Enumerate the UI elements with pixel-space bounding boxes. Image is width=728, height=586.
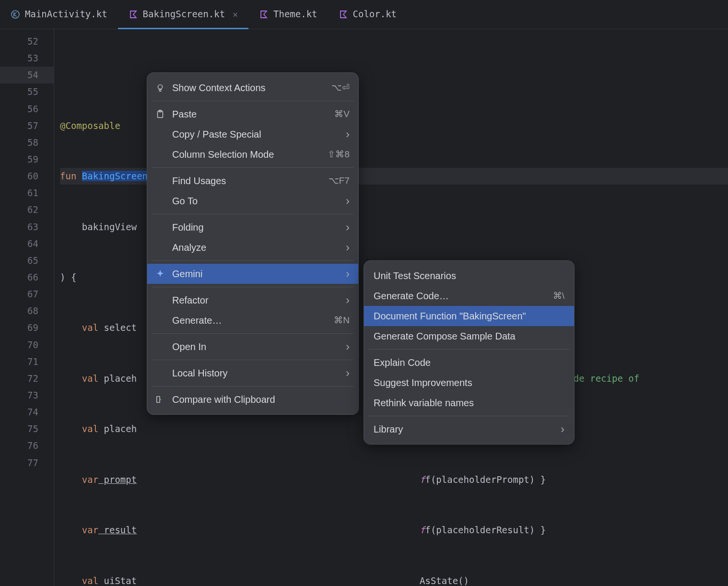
menu-item-label: Copy / Paste Special <box>172 126 339 143</box>
line-number: 73 <box>0 387 54 404</box>
menu-item-explain-code[interactable]: Explain Code <box>364 352 574 373</box>
tab-mainactivity[interactable]: MainActivity.kt <box>0 0 118 29</box>
menu-shortcut: ⌘\ <box>553 287 564 304</box>
menu-item-find-usages[interactable]: Find Usages⌥F7 <box>147 171 358 191</box>
menu-item-generate-code[interactable]: Generate Code…⌘\ <box>364 286 574 306</box>
chevron-right-icon: › <box>346 190 350 211</box>
tab-label: Theme.kt <box>273 6 317 23</box>
svg-rect-4 <box>157 397 160 403</box>
menu-item-local-history[interactable]: Local History› <box>147 363 358 383</box>
menu-item-show-context-actions[interactable]: Show Context Actions⌥⏎ <box>147 78 358 98</box>
line-number: 72 <box>0 370 54 387</box>
chevron-right-icon: › <box>346 217 350 238</box>
line-number: 77 <box>0 455 54 471</box>
blank-icon <box>155 242 165 253</box>
menu-item-label: Gemini <box>172 265 339 283</box>
menu-separator <box>152 167 353 168</box>
menu-item-label: Explain Code <box>374 354 564 372</box>
blank-icon <box>155 222 165 233</box>
line-number: 57 <box>0 117 54 134</box>
line-number: 58 <box>0 134 54 151</box>
menu-item-copy-paste-special[interactable]: Copy / Paste Special› <box>147 124 358 144</box>
line-number: 59 <box>0 151 54 168</box>
line-number: 68 <box>0 303 54 319</box>
kotlin-file-icon <box>11 10 20 19</box>
code-line: val uiStatAsState() <box>60 573 728 586</box>
menu-item-suggest-improvements[interactable]: Suggest Improvements <box>364 373 574 393</box>
menu-item-generate[interactable]: Generate…⌘N <box>147 310 358 330</box>
line-number: 55 <box>0 83 54 100</box>
tab-theme[interactable]: Theme.kt <box>248 0 328 29</box>
menu-item-go-to[interactable]: Go To› <box>147 191 358 211</box>
line-number: 71 <box>0 353 54 370</box>
menu-item-unit-test-scenarios[interactable]: Unit Test Scenarios <box>364 266 574 286</box>
close-icon[interactable]: ✕ <box>233 6 238 22</box>
menu-item-label: Local History <box>172 364 339 382</box>
line-number: 52 <box>0 33 54 50</box>
blank-icon <box>155 368 165 378</box>
line-number: 63 <box>0 219 54 235</box>
menu-item-analyze[interactable]: Analyze› <box>147 237 358 258</box>
line-number: 61 <box>0 185 54 201</box>
menu-separator <box>152 101 353 101</box>
code-editor[interactable]: 5253545556575859606162636465666768697071… <box>0 29 728 586</box>
tab-bar: MainActivity.kt BakingScreen.kt ✕ Theme.… <box>0 0 728 29</box>
menu-separator <box>152 333 353 334</box>
tab-color[interactable]: Color.kt <box>328 0 408 29</box>
code-line: var resultff(placeholderResult) } <box>60 522 728 539</box>
menu-item-column-selection-mode[interactable]: Column Selection Mode⇧⌘8 <box>147 144 358 164</box>
menu-item-generate-compose-sample-data[interactable]: Generate Compose Sample Data <box>364 326 574 346</box>
line-number: 67 <box>0 286 54 303</box>
menu-item-label: Compare with Clipboard <box>172 391 350 409</box>
compare-icon <box>155 394 165 405</box>
line-number-gutter: 5253545556575859606162636465666768697071… <box>0 29 54 586</box>
chevron-right-icon: › <box>346 290 350 311</box>
chevron-right-icon: › <box>561 419 564 440</box>
blank-icon <box>155 315 165 326</box>
tab-bakingscreen[interactable]: BakingScreen.kt ✕ <box>118 0 248 29</box>
menu-item-paste[interactable]: Paste⌘V <box>147 104 358 124</box>
code-line: var promptff(placeholderPrompt) } <box>60 471 728 488</box>
kotlin-file-icon <box>129 10 138 19</box>
menu-item-rethink-variable-names[interactable]: Rethink variable names <box>364 393 574 413</box>
menu-separator <box>369 349 569 350</box>
blank-icon <box>155 129 165 140</box>
tab-label: BakingScreen.kt <box>143 6 225 23</box>
menu-item-label: Column Selection Mode <box>172 146 321 164</box>
blank-icon <box>155 295 165 305</box>
kotlin-file-icon <box>339 10 348 19</box>
line-number: 74 <box>0 404 54 421</box>
menu-separator <box>152 260 353 261</box>
line-number: 60 <box>0 168 54 185</box>
tab-label: Color.kt <box>353 6 397 23</box>
line-number: 65 <box>0 252 54 269</box>
line-number: 56 <box>0 101 54 117</box>
menu-item-library[interactable]: Library› <box>364 419 574 439</box>
kotlin-file-icon <box>259 10 269 19</box>
menu-item-gemini[interactable]: Gemini› <box>147 264 358 284</box>
menu-item-label: Open In <box>172 338 339 356</box>
tab-label: MainActivity.kt <box>25 6 107 23</box>
line-number: 76 <box>0 437 54 454</box>
gemini-submenu: Unit Test ScenariosGenerate Code…⌘\Docum… <box>364 260 575 445</box>
menu-item-folding[interactable]: Folding› <box>147 217 358 237</box>
chevron-right-icon: › <box>346 336 350 357</box>
blank-icon <box>155 196 165 206</box>
clipboard-icon <box>155 109 165 119</box>
svg-point-0 <box>12 11 19 18</box>
menu-item-label: Rethink variable names <box>374 394 564 412</box>
menu-item-label: Generate Compose Sample Data <box>374 328 564 345</box>
menu-item-label: Generate Code… <box>374 287 546 305</box>
menu-item-compare-with-clipboard[interactable]: Compare with Clipboard <box>147 389 358 410</box>
menu-item-label: Analyze <box>172 239 339 257</box>
line-number: 62 <box>0 201 54 218</box>
menu-shortcut: ⌘N <box>334 312 350 328</box>
line-number: 69 <box>0 319 54 336</box>
line-number: 53 <box>0 50 54 67</box>
menu-item-document-function-bakingscreen[interactable]: Document Function "BakingScreen" <box>364 306 574 326</box>
menu-separator <box>369 416 569 416</box>
menu-item-label: Refactor <box>172 292 339 309</box>
menu-item-open-in[interactable]: Open In› <box>147 337 358 357</box>
menu-item-refactor[interactable]: Refactor› <box>147 290 358 310</box>
bulb-icon <box>155 82 165 93</box>
